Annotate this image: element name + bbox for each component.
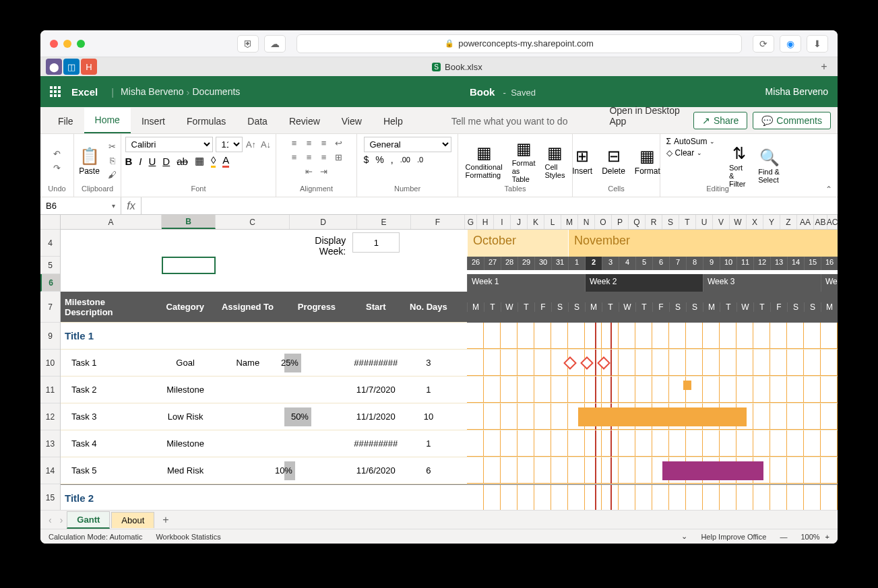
number-format-select[interactable]: General bbox=[364, 137, 451, 152]
row-header[interactable]: 13 bbox=[40, 430, 60, 457]
collapse-ribbon-icon[interactable]: ⌃ bbox=[825, 185, 832, 194]
task-days[interactable]: 1 bbox=[402, 430, 455, 457]
task-category[interactable]: Goal bbox=[159, 350, 212, 376]
task-start[interactable]: 11/6/2020 bbox=[350, 457, 402, 484]
user-name[interactable]: Misha Berveno bbox=[765, 86, 828, 97]
active-tab[interactable]: S Book.xlsx bbox=[98, 62, 816, 72]
col-header[interactable]: AC bbox=[827, 215, 838, 229]
task-start[interactable]: 11/1/2020 bbox=[350, 403, 402, 430]
task-progress[interactable]: 10% bbox=[284, 457, 350, 484]
col-header[interactable]: E bbox=[357, 215, 411, 229]
task-days[interactable]: 3 bbox=[402, 350, 455, 376]
url-bar[interactable]: 🔒 powerconcepts-my.sharepoint.com bbox=[296, 34, 742, 53]
col-header[interactable]: A bbox=[61, 215, 162, 229]
comma-icon[interactable]: , bbox=[391, 154, 394, 165]
col-header[interactable]: Z bbox=[780, 215, 797, 229]
tab-insert[interactable]: Insert bbox=[131, 109, 176, 133]
row-header[interactable]: 9 bbox=[40, 323, 60, 350]
open-desktop-app[interactable]: Open in Desktop App bbox=[598, 98, 693, 133]
breadcrumb-user[interactable]: Misha Berveno bbox=[121, 86, 183, 97]
share-button[interactable]: ↗Share bbox=[693, 112, 747, 129]
sheet-tab-gantt[interactable]: Gantt bbox=[67, 511, 110, 529]
fx-icon[interactable]: fx bbox=[121, 197, 142, 214]
task-days[interactable]: 1 bbox=[402, 377, 455, 403]
onepassword-icon[interactable]: ◉ bbox=[780, 35, 801, 53]
font-select[interactable]: Calibri bbox=[125, 137, 213, 152]
col-header[interactable]: S bbox=[662, 215, 679, 229]
task-start[interactable]: ######### bbox=[350, 350, 402, 376]
select-all-corner[interactable] bbox=[40, 215, 60, 230]
tab-formulas[interactable]: Formulas bbox=[176, 109, 237, 133]
increase-decimal-icon[interactable]: .00 bbox=[400, 156, 410, 164]
workbook-stats[interactable]: Workbook Statistics bbox=[156, 533, 220, 541]
grow-font-icon[interactable]: A↑ bbox=[245, 139, 257, 151]
format-cells-button[interactable]: ▦Format bbox=[632, 146, 663, 176]
task-name[interactable]: Task 1 bbox=[61, 350, 159, 376]
decrease-decimal-icon[interactable]: .0 bbox=[417, 156, 423, 164]
row-header[interactable]: 6 bbox=[40, 274, 60, 292]
maximize-window[interactable] bbox=[77, 40, 85, 48]
indent-decrease-icon[interactable]: ⇤ bbox=[303, 165, 315, 177]
zoom-in-icon[interactable]: + bbox=[825, 533, 829, 541]
col-header[interactable]: D bbox=[290, 215, 357, 229]
task-category[interactable]: Low Risk bbox=[159, 403, 212, 430]
task-row[interactable]: Task 3 Low Risk 50% 11/1/2020 10 bbox=[61, 403, 838, 430]
align-right-icon[interactable]: ≡ bbox=[318, 151, 330, 163]
font-color-button[interactable]: A bbox=[222, 154, 229, 168]
align-bottom-icon[interactable]: ≡ bbox=[318, 137, 330, 149]
row-header[interactable]: 4 bbox=[40, 230, 60, 257]
section-title[interactable]: Title 1 bbox=[61, 323, 467, 349]
task-name[interactable]: Task 5 bbox=[61, 457, 159, 484]
row-header[interactable]: 5 bbox=[40, 257, 60, 274]
zoom-level[interactable]: 100% bbox=[801, 533, 819, 541]
task-assigned[interactable]: Name bbox=[212, 350, 284, 376]
col-header[interactable]: R bbox=[646, 215, 662, 229]
cut-icon[interactable]: ✂ bbox=[106, 141, 119, 153]
percent-icon[interactable]: % bbox=[375, 154, 383, 165]
app-launcher-icon[interactable] bbox=[50, 86, 61, 97]
col-header[interactable]: O bbox=[595, 215, 612, 229]
row-header[interactable]: 11 bbox=[40, 377, 60, 403]
col-header[interactable]: M bbox=[561, 215, 578, 229]
clear-button[interactable]: ◇Clear⌄ bbox=[666, 148, 703, 158]
italic-button[interactable]: I bbox=[139, 156, 142, 167]
fill-color-button[interactable]: ◊ bbox=[211, 154, 216, 168]
font-size-select[interactable]: 11 bbox=[216, 137, 243, 152]
paste-button[interactable]: 📋Paste bbox=[76, 146, 102, 176]
task-name[interactable]: Task 2 bbox=[61, 377, 159, 403]
col-header[interactable]: Y bbox=[763, 215, 780, 229]
sort-filter-button[interactable]: ⇅Sort & Filter bbox=[726, 143, 751, 188]
col-header[interactable]: X bbox=[747, 215, 763, 229]
task-category[interactable]: Med Risk bbox=[159, 457, 212, 484]
task-assigned[interactable] bbox=[212, 430, 284, 457]
tab-home[interactable]: Home bbox=[84, 108, 131, 133]
close-window[interactable] bbox=[50, 40, 58, 48]
add-sheet-button[interactable]: + bbox=[156, 514, 175, 526]
indent-increase-icon[interactable]: ⇥ bbox=[318, 165, 330, 177]
format-painter-icon[interactable]: 🖌 bbox=[106, 169, 119, 181]
zoom-out-icon[interactable]: — bbox=[780, 533, 787, 541]
undo-icon[interactable]: ↶ bbox=[51, 148, 63, 160]
name-box[interactable]: B6▾ bbox=[40, 197, 121, 214]
download-icon[interactable]: ⬇ bbox=[807, 35, 828, 53]
align-middle-icon[interactable]: ≡ bbox=[303, 137, 315, 149]
col-header[interactable]: Q bbox=[629, 215, 646, 229]
col-header[interactable]: B bbox=[162, 215, 216, 229]
align-left-icon[interactable]: ≡ bbox=[288, 151, 301, 163]
row-header[interactable]: 15 bbox=[40, 484, 60, 510]
pinned-tab-1[interactable]: ⬤ bbox=[46, 59, 62, 75]
row-header[interactable]: 7 bbox=[40, 292, 60, 323]
sheet-tab-about[interactable]: About bbox=[111, 512, 154, 528]
col-header[interactable]: W bbox=[730, 215, 747, 229]
strikethrough-button[interactable]: ab bbox=[177, 156, 188, 167]
task-assigned[interactable] bbox=[212, 457, 284, 484]
breadcrumb-location[interactable]: Documents bbox=[193, 86, 241, 97]
task-category[interactable]: Milestone bbox=[159, 430, 212, 457]
col-header[interactable]: I bbox=[494, 215, 511, 229]
autosum-button[interactable]: ΣAutoSum⌄ bbox=[666, 137, 716, 146]
col-header[interactable]: L bbox=[544, 215, 561, 229]
reload-icon[interactable]: ⟳ bbox=[753, 35, 774, 53]
shield-icon[interactable]: ⛨ bbox=[237, 35, 259, 53]
col-header[interactable]: P bbox=[612, 215, 629, 229]
task-progress[interactable] bbox=[284, 430, 350, 457]
